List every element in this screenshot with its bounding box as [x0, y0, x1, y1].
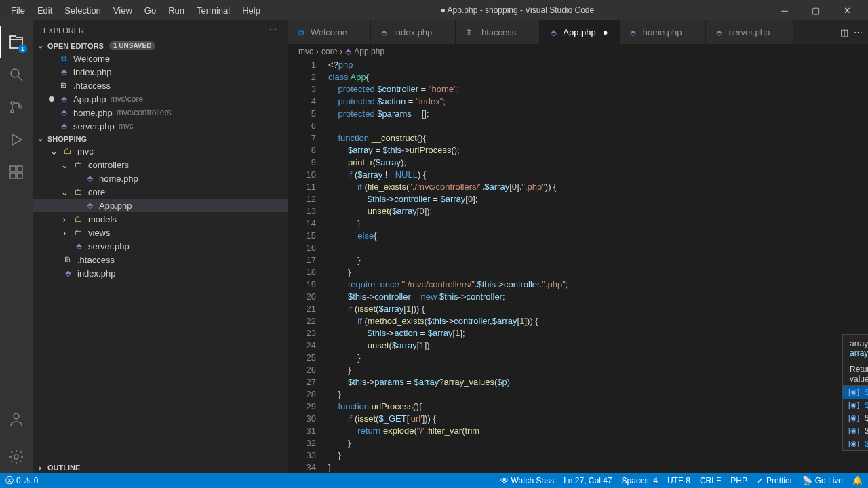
menu-file[interactable]: File — [5, 3, 31, 18]
chevron-down-icon: ⌄ — [49, 146, 58, 157]
chevron-right-icon: › — [35, 464, 45, 472]
tree-item[interactable]: ⬘server.php — [33, 239, 288, 253]
file-icon: ⬘ — [379, 27, 390, 38]
status-golive[interactable]: 📡 Go Live — [802, 476, 843, 485]
title-bar: File Edit Selection View Go Run Terminal… — [0, 0, 868, 20]
tree-item[interactable]: ⌄🗀core — [33, 185, 288, 199]
menu-run[interactable]: Run — [163, 3, 190, 18]
open-editor-item[interactable]: ⬘App.php mvc\core — [33, 92, 288, 106]
open-editors-header[interactable]: ⌄ OPEN EDITORS 1 UNSAVED — [33, 40, 288, 52]
menu-terminal[interactable]: Terminal — [191, 3, 235, 18]
settings-icon[interactable] — [0, 441, 33, 473]
svg-point-1 — [11, 102, 14, 104]
status-errors[interactable]: ⓧ 0 ⚠ 0 — [5, 475, 38, 487]
window-controls: ─ ▢ ✕ — [769, 0, 863, 20]
file-icon: 🗎 — [464, 27, 475, 38]
window-title: ● App.php - shopping - Visual Studio Cod… — [266, 5, 769, 15]
status-lang[interactable]: PHP — [730, 476, 747, 485]
file-icon: 🗀 — [62, 146, 73, 157]
svg-point-0 — [11, 69, 19, 77]
menu-view[interactable]: View — [108, 3, 138, 18]
file-icon: ⬘ — [714, 27, 725, 38]
tabs-bar: ⧉Welcome⬘index.php🗎.htaccess⬘App.php●⬘ho… — [288, 20, 868, 44]
svg-point-8 — [14, 413, 19, 419]
more-actions-icon[interactable]: ⋯ — [854, 27, 863, 37]
accounts-icon[interactable] — [0, 403, 33, 435]
open-editor-item[interactable]: ⬘index.php — [33, 65, 288, 79]
tree-item[interactable]: ⌄🗀mvc — [33, 144, 288, 158]
file-icon: ⬘ — [58, 107, 69, 118]
svg-rect-7 — [17, 166, 22, 171]
tree-item[interactable]: ⌄🗀controllers — [33, 158, 288, 171]
sidebar: EXPLORER ⋯ ⌄ OPEN EDITORS 1 UNSAVED ⧉Wel… — [33, 20, 288, 473]
minimize-button[interactable]: ─ — [769, 0, 800, 20]
open-editor-item[interactable]: ⬘server.php mvc — [33, 119, 288, 133]
activity-bar: 1 — [0, 20, 33, 473]
tab--htaccess[interactable]: 🗎.htaccess — [456, 20, 540, 44]
search-icon[interactable] — [0, 58, 33, 91]
tree-item[interactable]: ⬘index.php — [33, 266, 288, 280]
explorer-icon[interactable]: 1 — [0, 26, 33, 58]
open-editor-item[interactable]: ⧉Welcome — [33, 52, 288, 65]
svg-point-2 — [11, 110, 14, 113]
status-cursor[interactable]: Ln 27, Col 47 — [564, 476, 612, 485]
tab-home-php[interactable]: ⬘home.php — [620, 20, 706, 44]
status-bell-icon[interactable]: 🔔 — [852, 476, 863, 485]
split-editor-icon[interactable]: ◫ — [840, 27, 848, 37]
editor-content[interactable]: 1234567891011121314151617181920212223242… — [288, 59, 868, 473]
tree-item[interactable]: ›🗀views — [33, 226, 288, 239]
run-debug-icon[interactable] — [0, 123, 33, 156]
file-icon: ⧉ — [296, 27, 307, 38]
tree-item[interactable]: ⬘home.php — [33, 171, 288, 185]
autocomplete-item[interactable]: [◉]$_POST — [843, 411, 868, 424]
open-editor-item[interactable]: ⬘home.php mvc\controllers — [33, 106, 288, 119]
tree-item[interactable]: ›🗀models — [33, 212, 288, 226]
autocomplete-popup[interactable]: [◉]$params[◉]$php_errormsg[◉]$_POST[◉]$H… — [842, 385, 868, 451]
open-editor-item[interactable]: 🗎.htaccess — [33, 79, 288, 92]
menu-go[interactable]: Go — [139, 3, 161, 18]
status-eol[interactable]: CRLF — [700, 476, 721, 485]
file-icon: ⧉ — [58, 53, 69, 64]
autocomplete-item[interactable]: [◉]$php_errormsg — [843, 399, 868, 411]
status-spaces[interactable]: Spaces: 4 — [622, 476, 658, 485]
status-encoding[interactable]: UTF-8 — [667, 476, 690, 485]
tab-index-php[interactable]: ⬘index.php — [371, 20, 456, 44]
file-icon: ⬘ — [58, 121, 69, 131]
close-button[interactable]: ✕ — [831, 0, 863, 20]
sidebar-title: EXPLORER ⋯ — [33, 20, 288, 40]
status-bar: ⓧ 0 ⚠ 0 👁 Watch Sass Ln 27, Col 47 Space… — [0, 473, 868, 488]
workspace-header[interactable]: ⌄ SHOPPING — [33, 133, 288, 144]
status-watch-sass[interactable]: 👁 Watch Sass — [500, 476, 555, 485]
tab-server-php[interactable]: ⬘server.php — [706, 20, 794, 44]
status-prettier[interactable]: ✓ Prettier — [757, 476, 793, 485]
dirty-dot-icon[interactable]: ● — [600, 27, 611, 37]
chevron-down-icon: ⌄ — [35, 41, 45, 50]
file-icon: ⬘ — [73, 241, 84, 251]
tree-item[interactable]: 🗎.htaccess — [33, 253, 288, 266]
menu-help[interactable]: Help — [237, 3, 266, 18]
tree-item[interactable]: ⬘App.php — [33, 199, 288, 212]
file-icon: 🗀 — [73, 186, 84, 197]
breadcrumb[interactable]: mvc› core› ⬘App.php — [288, 44, 868, 59]
menu-selection[interactable]: Selection — [59, 3, 106, 18]
autocomplete-item[interactable]: [◉]$http_response_header — [843, 437, 868, 450]
variable-icon: [◉] — [848, 413, 859, 422]
variable-icon: [◉] — [848, 388, 859, 396]
file-icon: ⬘ — [58, 94, 69, 104]
maximize-button[interactable]: ▢ — [800, 0, 831, 20]
menu-bar: File Edit Selection View Go Run Terminal… — [5, 3, 266, 18]
extensions-icon[interactable] — [0, 156, 33, 188]
file-icon: 🗎 — [62, 254, 73, 265]
autocomplete-item[interactable]: [◉]$params — [843, 386, 868, 399]
outline-header[interactable]: › OUTLINE — [33, 462, 288, 473]
chevron-down-icon: ⌄ — [60, 160, 69, 170]
svg-rect-4 — [10, 166, 16, 171]
tab-Welcome[interactable]: ⧉Welcome — [288, 20, 371, 44]
tab-App-php[interactable]: ⬘App.php● — [540, 20, 619, 44]
source-control-icon[interactable] — [0, 91, 33, 123]
autocomplete-item[interactable]: [◉]$HTTP_RAW_POST_DATA — [843, 424, 868, 437]
menu-edit[interactable]: Edit — [32, 3, 58, 18]
file-icon: ⬘ — [548, 27, 559, 38]
sidebar-more-icon[interactable]: ⋯ — [269, 26, 277, 35]
variable-icon: [◉] — [848, 426, 859, 435]
